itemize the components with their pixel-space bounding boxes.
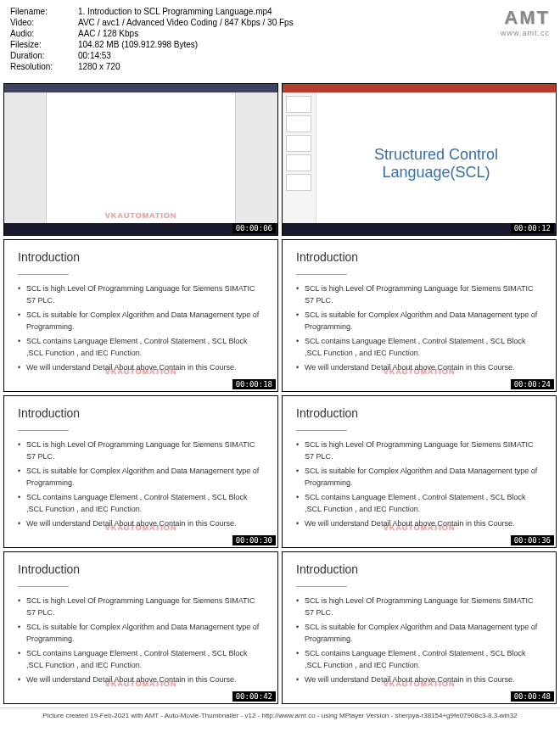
duration-value: 00:14:53 [78,51,550,60]
powerpoint-screenshot: Structured Control Language(SCL) [283,84,556,235]
duration-label: Duration: [10,51,78,60]
timestamp: 00:00:12 [511,223,554,233]
bullet-list: SCL is high Level Of Programming Languag… [296,283,542,374]
bullet-item: SCL contains Language Element , Control … [18,492,264,515]
thumbnail-2: Structured Control Language(SCL) 00:00:1… [282,83,557,236]
bullet-list: SCL is high Level Of Programming Languag… [18,283,264,374]
watermark: VKAUTOMATION [105,367,177,376]
slide-heading: Introduction [296,562,542,576]
thumbnail-1: VKAUTOMATION 00:00:06 [3,83,278,236]
watermark: VKAUTOMATION [384,523,456,532]
bullet-item: SCL is suitable for Complex Algorithm an… [296,310,542,333]
timestamp: 00:00:36 [511,535,554,545]
thumbnail-8: Introduction SCL is high Level Of Progra… [282,551,557,704]
timestamp: 00:00:06 [232,223,276,233]
watermark: VKAUTOMATION [105,680,177,688]
logo-subtitle: www.amt.cc [501,29,550,37]
bullet-item: SCL contains Language Element , Control … [296,336,542,359]
timestamp: 00:00:30 [232,535,276,545]
bullet-item: SCL contains Language Element , Control … [296,492,542,515]
slide-title: Structured Control Language(SCL) [325,146,547,182]
bullet-list: SCL is high Level Of Programming Languag… [18,596,264,686]
bullet-item: SCL contains Language Element , Control … [18,648,264,671]
bullet-item: SCL contains Language Element , Control … [18,336,264,359]
bullet-item: SCL is high Level Of Programming Languag… [18,283,264,306]
logo-text: AMT [501,7,550,29]
filesize-value: 104.82 MB (109.912.998 Bytes) [78,40,550,49]
video-label: Video: [10,18,78,27]
thumbnail-7: Introduction SCL is high Level Of Progra… [3,551,278,704]
timestamp: 00:00:24 [511,379,554,389]
audio-value: AAC / 128 Kbps [78,29,550,38]
filesize-label: Filesize: [10,40,78,49]
watermark: VKAUTOMATION [384,680,456,688]
slide-heading: Introduction [18,406,264,420]
watermark: VKAUTOMATION [105,523,177,532]
footer-text: Picture created 19-Feb-2021 with AMT - A… [0,707,560,723]
bullet-item: SCL is high Level Of Programming Languag… [18,439,264,462]
filename-label: Filename: [10,7,78,16]
slide-heading: Introduction [18,562,264,576]
amt-logo: AMT www.amt.cc [501,7,550,37]
slide-heading: Introduction [296,250,542,264]
filename-value: 1. Introduction to SCL Programming Langu… [78,7,550,16]
audio-label: Audio: [10,29,78,38]
watermark: VKAUTOMATION [105,211,177,220]
bullet-item: SCL is suitable for Complex Algorithm an… [296,466,542,489]
bullet-item: SCL is high Level Of Programming Languag… [296,439,542,462]
resolution-label: Resolution: [10,62,78,71]
bullet-item: SCL is high Level Of Programming Languag… [18,596,264,618]
bullet-list: SCL is high Level Of Programming Languag… [296,596,542,686]
bullet-item: SCL is high Level Of Programming Languag… [296,596,542,618]
bullet-item: SCL is suitable for Complex Algorithm an… [18,466,264,489]
bullet-item: SCL is suitable for Complex Algorithm an… [18,622,264,645]
thumbnail-5: Introduction SCL is high Level Of Progra… [3,395,278,548]
thumbnail-grid: VKAUTOMATION 00:00:06 Structured Control… [0,80,560,707]
timestamp: 00:00:18 [232,379,276,389]
thumbnail-6: Introduction SCL is high Level Of Progra… [282,395,557,548]
bullet-item: SCL contains Language Element , Control … [296,648,542,671]
slide-heading: Introduction [296,406,542,420]
metadata-header: Filename:1. Introduction to SCL Programm… [0,0,560,80]
bullet-list: SCL is high Level Of Programming Languag… [296,439,542,530]
bullet-item: SCL is high Level Of Programming Languag… [296,283,542,306]
thumbnail-4: Introduction SCL is high Level Of Progra… [282,239,557,392]
watermark: VKAUTOMATION [384,367,456,376]
thumbnail-3: Introduction SCL is high Level Of Progra… [3,239,278,392]
bullet-list: SCL is high Level Of Programming Languag… [18,439,264,530]
timestamp: 00:00:42 [232,691,276,702]
timestamp: 00:00:48 [511,691,554,702]
bullet-item: SCL is suitable for Complex Algorithm an… [18,310,264,333]
video-value: AVC / avc1 / Advanced Video Coding / 847… [78,18,550,27]
resolution-value: 1280 x 720 [78,62,550,71]
slide-heading: Introduction [18,250,264,264]
bullet-item: SCL is suitable for Complex Algorithm an… [296,622,542,645]
